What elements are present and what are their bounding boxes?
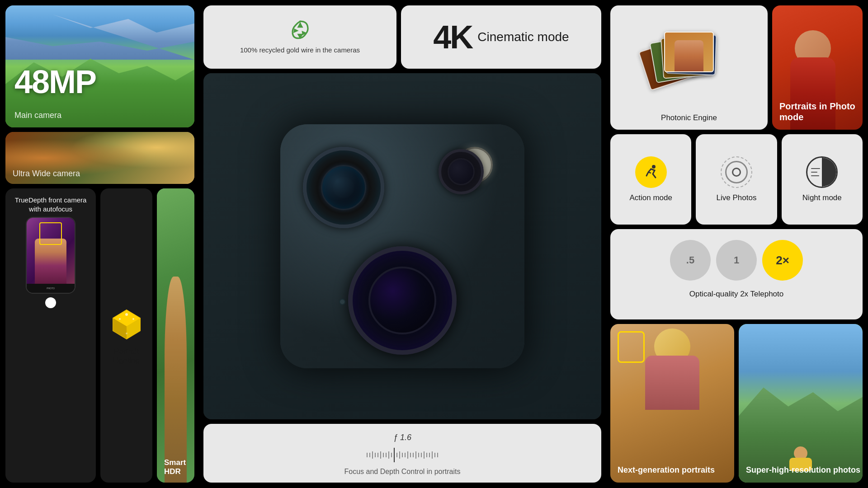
card-4k-cinematic: 4K Cinematic mode	[401, 5, 601, 69]
tick-center	[394, 448, 395, 462]
zoom-1-button[interactable]: 1	[716, 240, 757, 281]
right-column: Photonic Engine Portraits in Photo mode	[606, 0, 868, 488]
card-night-mode: Night mode	[782, 134, 863, 225]
tick	[407, 451, 408, 459]
photonic-label: Photonic Engine	[661, 113, 717, 122]
tick	[405, 453, 406, 457]
camera-body	[280, 124, 524, 368]
boy-body	[645, 356, 699, 410]
card-smart-hdr: Smart HDR	[157, 188, 194, 483]
tick	[402, 453, 403, 457]
phone-bottom-bar: PHOTO	[27, 284, 75, 293]
recycle-icon	[289, 19, 311, 42]
card-photonic-engine: Photonic Engine	[610, 5, 768, 130]
main-lens-inner	[368, 267, 436, 334]
tick	[432, 451, 433, 459]
mic-dot	[339, 299, 345, 305]
focus-caption: Focus and Depth Control in portraits	[344, 468, 460, 476]
next-gen-label: Next-generation portraits	[618, 465, 715, 475]
live-photos-icon	[721, 156, 752, 188]
bottom-right-row: Next-generation portraits Super-high-res…	[610, 324, 863, 483]
center-column: 100% recycled gold wire in the cameras 4…	[199, 0, 606, 488]
zoom-2x-button[interactable]: 2×	[762, 240, 803, 281]
shutter-button	[45, 297, 56, 308]
focus-box	[39, 222, 62, 245]
tick	[429, 453, 430, 457]
phone-child	[35, 239, 66, 284]
tick	[391, 453, 392, 457]
tick	[418, 453, 419, 457]
zoom-05-button[interactable]: .5	[670, 240, 711, 281]
recycled-text: 100% recycled gold wire in the cameras	[240, 46, 360, 55]
svg-point-9	[652, 165, 656, 169]
card-48mp: 48MP Main camera	[5, 5, 194, 127]
aperture-scale	[367, 448, 438, 462]
card-ultrawide: Ultra Wide camera	[5, 132, 194, 184]
stack-photo-main	[664, 32, 714, 72]
night-lines	[811, 168, 820, 176]
tick	[410, 453, 411, 457]
mountain-scene	[739, 324, 863, 483]
zoom-buttons: .5 1 2×	[670, 240, 803, 281]
wide-lens-inner	[321, 165, 366, 210]
tick	[369, 453, 370, 457]
tick	[372, 451, 373, 459]
svg-point-8	[126, 333, 127, 334]
telephoto-label: Optical-quality 2x Telephoto	[689, 290, 784, 299]
action-mode-label: Action mode	[629, 193, 672, 202]
tick	[377, 453, 378, 457]
tick	[396, 453, 397, 457]
card-super-high-res: Super-high-resolution photos	[739, 324, 863, 483]
zoom-2x-label: 2×	[776, 253, 789, 267]
zoom-1-label: 1	[734, 254, 739, 266]
tick	[437, 453, 438, 457]
phone-screen	[27, 218, 75, 284]
tick	[375, 453, 376, 457]
night-half	[822, 158, 836, 187]
card-action-mode: Action mode	[610, 134, 691, 225]
megapixels-label: 48MP	[14, 63, 96, 100]
night-mode-icon	[806, 156, 838, 188]
tick	[367, 453, 368, 457]
person-in-photo	[675, 40, 703, 71]
truedepth-title: TrueDepth front camera with autofocus	[13, 196, 89, 213]
top-right-row: Photonic Engine Portraits in Photo mode	[610, 5, 863, 130]
tick	[413, 453, 414, 457]
tick	[421, 453, 422, 457]
action-icon	[635, 156, 667, 188]
tick	[434, 453, 435, 457]
tick	[383, 453, 384, 457]
main-lens	[348, 246, 457, 355]
tick	[426, 453, 427, 457]
tick	[386, 453, 387, 457]
portrait-lighting-label: Portrait Lighting	[108, 347, 145, 365]
phone-mockup: PHOTO	[26, 217, 75, 294]
stack-container	[653, 32, 725, 90]
live-inner-ring	[725, 161, 748, 183]
card-next-gen-portraits: Next-generation portraits	[610, 324, 734, 483]
ultrawide-label: Ultra Wide camera	[13, 169, 80, 178]
card-truedepth: TrueDepth front camera with autofocus PH…	[5, 188, 96, 483]
night-line	[811, 175, 819, 176]
live-photos-label: Live Photos	[717, 193, 757, 202]
zoom-05-label: .5	[686, 254, 694, 266]
smart-hdr-label: Smart HDR	[164, 458, 194, 476]
dog-body	[165, 277, 187, 483]
card-live-photos: Live Photos	[696, 134, 777, 225]
card-recycled-gold: 100% recycled gold wire in the cameras	[203, 5, 396, 69]
night-line	[811, 168, 820, 169]
super-high-label: Super-high-resolution photos	[746, 465, 860, 475]
card-portraits-photo-mode: Portraits in Photo mode	[772, 5, 863, 130]
tick	[380, 451, 381, 459]
main-layout: 48MP Main camera Ultra Wide camera TrueD…	[0, 0, 868, 488]
ultrawide-lens	[439, 149, 484, 194]
4k-label: 4K	[433, 21, 472, 53]
wide-lens	[303, 147, 384, 228]
svg-point-7	[119, 318, 121, 320]
svg-point-6	[132, 318, 134, 320]
camera-card	[203, 73, 601, 419]
tick	[424, 451, 425, 459]
portraits-label: Portraits in Photo mode	[779, 101, 863, 122]
left-column: 48MP Main camera Ultra Wide camera TrueD…	[0, 0, 199, 488]
live-dot	[732, 168, 741, 177]
